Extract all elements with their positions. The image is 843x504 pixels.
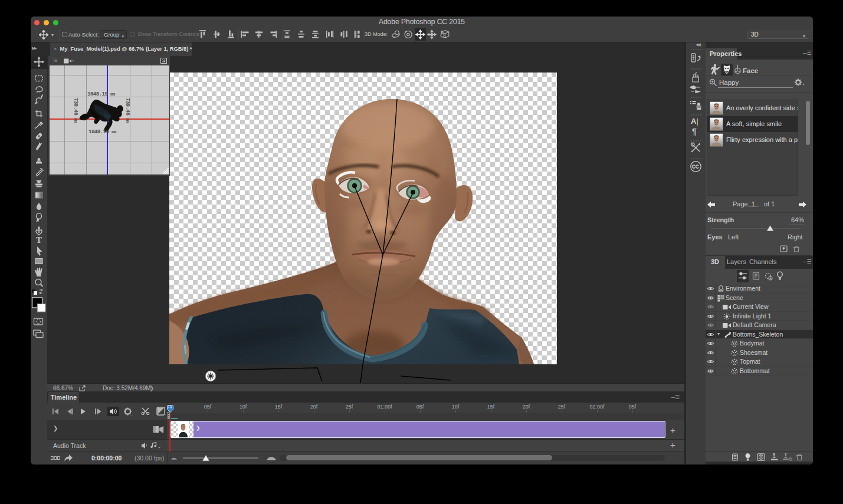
svg-text:T: T (36, 235, 42, 245)
